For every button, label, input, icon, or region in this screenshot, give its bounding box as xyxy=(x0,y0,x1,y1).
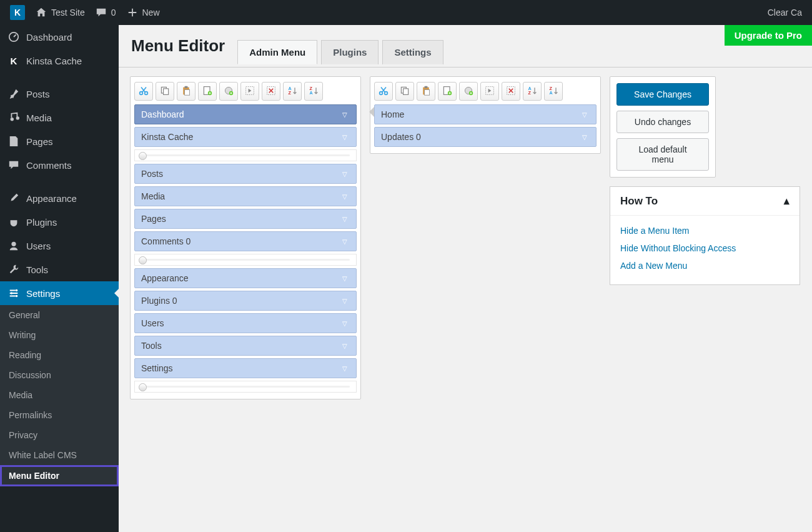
subitem-white-label[interactable]: White Label CMS xyxy=(0,445,119,465)
sortza-button[interactable]: ZA xyxy=(544,82,563,101)
sortza-button[interactable]: ZA xyxy=(304,82,323,101)
menu-item[interactable]: Updates 0 xyxy=(374,127,597,147)
menu-item[interactable]: Settings xyxy=(134,358,357,378)
howto-header[interactable]: How To ▴ xyxy=(610,187,800,216)
sidebar-item-label: Posts xyxy=(26,89,50,99)
expand-icon[interactable] xyxy=(340,318,350,328)
menu-separator[interactable] xyxy=(134,254,357,266)
tab-plugins[interactable]: Plugins xyxy=(321,40,379,64)
sidebar-item-label: Dashboard xyxy=(26,32,72,43)
menu-separator[interactable] xyxy=(134,381,357,393)
show-button[interactable] xyxy=(480,82,499,101)
howto-link[interactable]: Add a New Menu xyxy=(620,257,790,274)
sidebar-item-label: Comments xyxy=(26,160,72,171)
new-link[interactable]: New xyxy=(121,0,165,25)
paste-button[interactable] xyxy=(417,82,435,101)
subitem-media[interactable]: Media xyxy=(0,385,119,405)
tab-settings[interactable]: Settings xyxy=(382,40,443,64)
expand-icon[interactable] xyxy=(340,363,350,373)
menu-item[interactable]: Pages xyxy=(134,209,357,229)
expand-icon[interactable] xyxy=(340,132,350,142)
comments-link[interactable]: 0 xyxy=(90,0,121,25)
sidebar-item-comments[interactable]: Comments xyxy=(0,153,119,177)
menu-item[interactable]: Dashboard xyxy=(134,104,357,124)
expand-icon[interactable] xyxy=(580,109,590,119)
menu-item[interactable]: Tools xyxy=(134,336,357,356)
menu-item[interactable]: Home xyxy=(374,104,597,124)
expand-icon[interactable] xyxy=(340,236,350,246)
admin-sidebar: Dashboard K Kinsta Cache Posts Media Pag… xyxy=(0,25,119,532)
sidebar-item-pages[interactable]: Pages xyxy=(0,129,119,153)
undo-button[interactable]: Undo changes xyxy=(616,111,709,133)
pin-icon xyxy=(7,88,20,100)
sortaz-button[interactable]: AZ xyxy=(283,82,302,101)
show-button[interactable] xyxy=(240,82,259,101)
subitem-reading[interactable]: Reading xyxy=(0,345,119,365)
expand-icon[interactable] xyxy=(340,191,350,201)
sidebar-item-kinsta[interactable]: K Kinsta Cache xyxy=(0,49,119,73)
svg-rect-27 xyxy=(404,88,408,94)
expand-icon[interactable] xyxy=(580,132,590,142)
sidebar-item-posts[interactable]: Posts xyxy=(0,82,119,106)
subitem-privacy[interactable]: Privacy xyxy=(0,425,119,445)
sidebar-item-users[interactable]: Users xyxy=(0,234,119,258)
load-default-button[interactable]: Load default menu xyxy=(616,138,709,171)
sidebar-item-tools[interactable]: Tools xyxy=(0,258,119,281)
cut-button[interactable] xyxy=(374,82,393,101)
comment-icon xyxy=(95,6,107,19)
svg-point-3 xyxy=(11,242,16,246)
hide-button[interactable] xyxy=(502,82,520,101)
new-icon xyxy=(202,86,212,98)
sidebar-item-label: Settings xyxy=(26,288,60,299)
sidebar-item-appearance[interactable]: Appearance xyxy=(0,186,119,210)
menu-item[interactable]: Comments 0 xyxy=(134,231,357,251)
menu-item[interactable]: Kinsta Cache xyxy=(134,127,357,147)
new-button[interactable] xyxy=(438,82,457,101)
hide-button[interactable] xyxy=(262,82,280,101)
show-icon xyxy=(245,86,255,98)
menu-item[interactable]: Plugins 0 xyxy=(134,291,357,311)
subitem-writing[interactable]: Writing xyxy=(0,325,119,345)
sortaz-button[interactable]: AZ xyxy=(523,82,542,101)
sidebar-item-media[interactable]: Media xyxy=(0,106,119,129)
page-icon xyxy=(7,135,20,148)
menu-item[interactable]: Media xyxy=(134,186,357,206)
expand-icon[interactable] xyxy=(340,296,350,306)
subitem-general[interactable]: General xyxy=(0,305,119,325)
menu-item-label: Settings xyxy=(141,363,173,373)
newsep-button[interactable] xyxy=(219,82,238,101)
subitem-permalinks[interactable]: Permalinks xyxy=(0,405,119,425)
sidebar-item-settings[interactable]: Settings xyxy=(0,281,119,305)
save-button[interactable]: Save Changes xyxy=(616,83,709,106)
media-icon xyxy=(7,111,20,124)
sidebar-item-plugins[interactable]: Plugins xyxy=(0,210,119,234)
sortza-icon: ZA xyxy=(309,86,319,98)
clear-cache-link[interactable]: Clear Ca xyxy=(763,0,807,25)
tab-admin-menu[interactable]: Admin Menu xyxy=(237,40,317,64)
expand-icon[interactable] xyxy=(340,341,350,351)
copy-button[interactable] xyxy=(156,82,174,101)
site-link[interactable]: Test Site xyxy=(30,0,90,25)
dashboard-icon xyxy=(7,31,20,43)
expand-icon[interactable] xyxy=(340,109,350,119)
cut-icon xyxy=(139,86,149,98)
menu-item-label: Posts xyxy=(141,169,163,179)
new-button[interactable] xyxy=(198,82,217,101)
howto-link[interactable]: Hide Without Blocking Access xyxy=(620,239,790,257)
menu-item[interactable]: Appearance xyxy=(134,268,357,288)
subitem-menu-editor[interactable]: Menu Editor xyxy=(0,465,119,486)
menu-separator[interactable] xyxy=(134,149,357,161)
menu-item[interactable]: Users xyxy=(134,313,357,333)
sidebar-item-dashboard[interactable]: Dashboard xyxy=(0,25,119,49)
copy-button[interactable] xyxy=(395,82,414,101)
cut-button[interactable] xyxy=(134,82,153,101)
paste-button[interactable] xyxy=(177,82,196,101)
menu-item[interactable]: Posts xyxy=(134,164,357,184)
expand-icon[interactable] xyxy=(340,273,350,283)
expand-icon[interactable] xyxy=(340,214,350,224)
subitem-discussion[interactable]: Discussion xyxy=(0,365,119,385)
howto-link[interactable]: Hide a Menu Item xyxy=(620,222,790,239)
expand-icon[interactable] xyxy=(340,169,350,179)
kinsta-logo[interactable]: K xyxy=(5,0,30,25)
newsep-button[interactable] xyxy=(459,82,478,101)
